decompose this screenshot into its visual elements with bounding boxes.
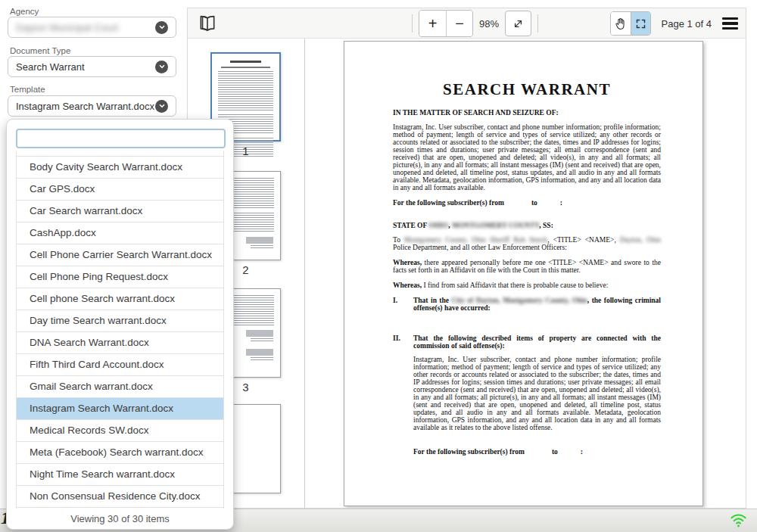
template-option[interactable]: Body Cavity Search Warrant.docx [17, 157, 223, 179]
page-indicator: Page 1 of 4 [662, 18, 712, 30]
subscriber-line: For the following subscriber(s) fromto: [393, 199, 661, 207]
template-label: Template [10, 85, 45, 94]
to-paragraph: To Montgomery County, Ohio Sheriff Rob S… [393, 236, 661, 251]
document-area[interactable]: SEARCH WARRANT IN THE MATTER OF SEARCH A… [305, 39, 746, 508]
document-title: SEARCH WARRANT [393, 81, 661, 98]
section-2: II. That the following described items o… [393, 334, 661, 350]
open-book-icon[interactable] [198, 14, 217, 33]
template-value: Instagram Search Warrant.docx [16, 101, 155, 112]
tool-mode-group [610, 11, 651, 36]
template-option[interactable]: Meta (Facebook) Search warrant.docx [17, 442, 223, 464]
chevron-down-icon [155, 61, 168, 73]
redacted-county: MONTGOMERY COUNTY [452, 222, 539, 229]
section-1: I. That in the City of Dayton, Montgomer… [393, 297, 661, 312]
template-option[interactable]: Medical Records SW.docx [17, 420, 223, 442]
template-option[interactable]: Fifth Third Card Account.docx [17, 354, 223, 376]
template-option[interactable]: Non Consensual Residence City.docx [17, 486, 223, 508]
toolbar-divider [412, 14, 413, 33]
template-option[interactable]: Car Search warrant.docx [17, 201, 223, 222]
document-page: SEARCH WARRANT IN THE MATTER OF SEARCH A… [344, 41, 703, 506]
redacted-state: OHIO [428, 222, 448, 229]
whereas-paragraph-1: Whereas, there appeared personally befor… [393, 259, 661, 274]
app-window: Agency Dayton Municipal Court Document T… [0, 0, 757, 532]
dropdown-item-count: Viewing 30 of 30 items [7, 509, 233, 529]
template-option[interactable]: Blood Sample Template.docx [17, 151, 223, 157]
page-controls: Page 1 of 4 [610, 8, 740, 39]
chevron-down-icon [155, 21, 168, 34]
template-select[interactable]: Instagram Search Warrant.docx [8, 95, 176, 117]
template-option[interactable]: Car GPS.docx [17, 179, 223, 201]
chevron-down-icon [155, 100, 168, 113]
agency-value: Dayton Municipal Court [16, 22, 155, 33]
zoom-level: 98% [479, 18, 499, 30]
template-option[interactable]: Cell Phone Ping Request.docx [17, 266, 223, 288]
agency-label: Agency [10, 7, 39, 16]
template-option[interactable]: CashApp.docx [17, 222, 223, 244]
template-search-input[interactable] [16, 129, 226, 148]
document-type-value: Search Warrant [16, 61, 155, 73]
template-option[interactable]: Cell Phone Carrier Search Warrant.docx [17, 244, 223, 266]
document-viewer: + − 98% [187, 8, 746, 509]
agency-select[interactable]: Dayton Municipal Court [8, 17, 176, 38]
subscriber-line-2: For the following subscriber(s) fromto: [413, 448, 661, 456]
viewer-toolbar: + − 98% [188, 8, 746, 39]
template-option[interactable]: Night Time Search warrant.docx [17, 464, 223, 486]
zoom-button-group: + − [419, 10, 473, 37]
redacted-city: Dayton, Ohio [620, 236, 661, 244]
redacted-location: City of Dayton, Montgomery County, Ohio [452, 297, 587, 304]
whereas-paragraph-2: Whereas, I find from said Affidavit that… [393, 282, 661, 289]
document-type-label: Document Type [10, 46, 70, 55]
wifi-icon [730, 513, 747, 531]
pan-hand-icon[interactable] [611, 12, 631, 35]
document-type-select[interactable]: Search Warrant [8, 56, 176, 77]
zoom-in-button[interactable]: + [419, 11, 446, 36]
template-dropdown-popup: Blood Sample Template.docx Body Cavity S… [6, 119, 234, 530]
redacted-sheriff: Montgomery County, Ohio Sheriff Rob Stre… [404, 236, 547, 244]
zoom-controls: + − 98% [412, 10, 538, 37]
items-paragraph: Instagram, Inc. User subscriber, contact… [393, 123, 661, 191]
template-list: Blood Sample Template.docx Body Cavity S… [16, 151, 224, 509]
toolbar-divider [537, 14, 538, 33]
marquee-select-icon[interactable] [631, 12, 650, 35]
template-option-selected[interactable]: Instagram Search Warrant.docx [17, 398, 223, 420]
template-option[interactable]: Cell phone Search warrant.docx [17, 288, 223, 310]
menu-icon[interactable] [721, 14, 740, 33]
section-2-paragraph: Instagram, Inc. User subscriber, contact… [413, 356, 661, 431]
template-option[interactable]: DNA Search Warrant.docx [17, 332, 223, 354]
fit-expand-button[interactable] [505, 11, 531, 36]
zoom-out-button[interactable]: − [446, 11, 472, 36]
matter-heading: IN THE MATTER OF SEARCH AND SEIZURE OF: [393, 109, 661, 117]
template-option[interactable]: Day time Search warrant.docx [17, 310, 223, 332]
template-option[interactable]: Gmail Search warrant.docx [17, 376, 223, 398]
state-line: STATE OF OHIO, MONTGOMERY COUNTY, SS: [393, 222, 661, 229]
